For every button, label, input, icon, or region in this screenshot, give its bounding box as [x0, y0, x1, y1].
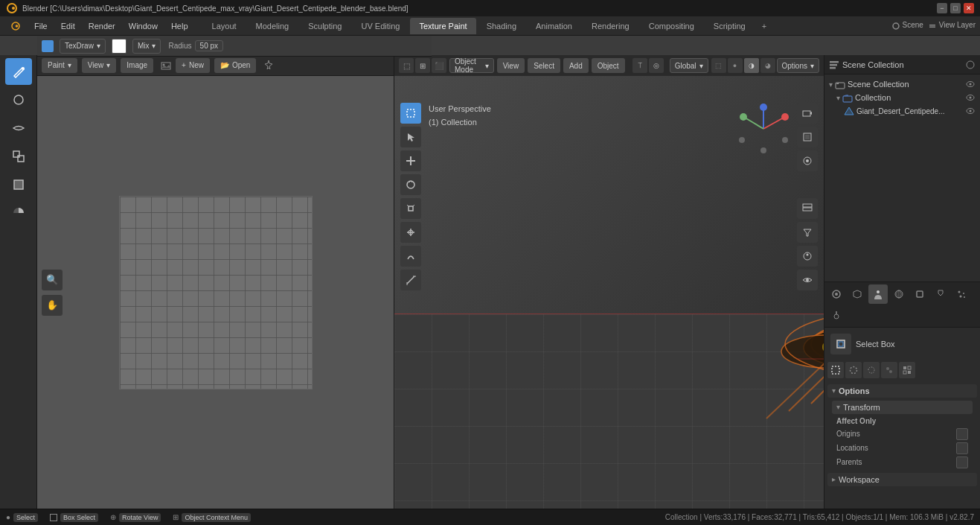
open-image-button[interactable]: 📂 Open: [214, 58, 256, 73]
tab-modeling[interactable]: Modeling: [247, 18, 298, 34]
pan-tool-button[interactable]: ✋: [42, 295, 63, 316]
pin-button[interactable]: [263, 60, 274, 71]
soften-tool-button[interactable]: [5, 86, 32, 113]
annotate-tool[interactable]: [400, 246, 421, 267]
visibility-eye-icon[interactable]: [965, 79, 976, 89]
draw-tool-button[interactable]: [5, 58, 32, 85]
tab-scripting[interactable]: Scripting: [705, 18, 755, 34]
tab-animation[interactable]: Animation: [527, 18, 581, 34]
select-box-icon-btn[interactable]: [827, 362, 844, 378]
locations-checkbox[interactable]: [956, 442, 968, 454]
menu-render[interactable]: Render: [83, 20, 121, 32]
paint-menu-button[interactable]: Paint ▾: [42, 58, 77, 73]
minimize-button[interactable]: −: [937, 3, 947, 13]
object-mode-dropdown[interactable]: Object Mode ▾: [449, 58, 494, 73]
render-icon2[interactable]: [797, 246, 818, 267]
new-image-button[interactable]: + New: [176, 58, 210, 73]
tab-uv-editing[interactable]: UV Editing: [352, 18, 409, 34]
brush-color-picker[interactable]: [112, 39, 126, 54]
mask-tool-button[interactable]: [5, 200, 32, 226]
select-box-tool[interactable]: [400, 103, 421, 124]
maximize-button[interactable]: □: [950, 3, 961, 13]
svg-point-107: [889, 370, 892, 373]
fill-tool-button[interactable]: [5, 171, 32, 198]
grid-floor: [394, 314, 824, 509]
add-workspace-button[interactable]: +: [756, 19, 772, 33]
menu-blender[interactable]: [4, 19, 27, 32]
scene-props-tab[interactable]: [868, 284, 888, 304]
rotate-tool[interactable]: [400, 174, 421, 195]
scale-tool[interactable]: [400, 198, 421, 219]
measure-tool[interactable]: [400, 270, 421, 290]
cursor-tool[interactable]: [400, 127, 421, 147]
parents-checkbox[interactable]: [956, 456, 968, 468]
filter-icon[interactable]: [797, 222, 818, 243]
world-props-tab[interactable]: [889, 284, 909, 304]
material-icon[interactable]: ◑: [744, 58, 759, 73]
collection-visibility-icon[interactable]: [965, 92, 976, 103]
output-props-tab[interactable]: [848, 284, 867, 304]
smear-tool-button[interactable]: [5, 115, 32, 141]
view-menu-button[interactable]: View: [497, 58, 525, 73]
particles-props-tab[interactable]: [952, 284, 971, 304]
collections-icon[interactable]: [797, 198, 818, 219]
clone-tool-button[interactable]: [5, 143, 32, 170]
workspace-section-header[interactable]: ▸ Workspace: [827, 473, 977, 486]
view-icon[interactable]: [797, 270, 818, 290]
collection-item[interactable]: ▾ Collection: [824, 91, 980, 104]
title-bar-controls[interactable]: − □ ✕: [937, 3, 974, 13]
checker-select-icon-btn[interactable]: [899, 362, 915, 378]
close-button[interactable]: ✕: [964, 3, 974, 13]
view-menu-button[interactable]: View ▾: [82, 58, 117, 73]
object-menu-button[interactable]: Object: [592, 58, 625, 73]
snap-icon[interactable]: ⟙: [632, 58, 647, 73]
render-icon[interactable]: ◕: [760, 58, 775, 73]
proportional-edit-icon[interactable]: ◎: [649, 58, 664, 73]
tab-sculpting[interactable]: Sculpting: [299, 18, 350, 34]
origins-checkbox[interactable]: [956, 428, 968, 440]
tab-compositing[interactable]: Compositing: [640, 18, 703, 34]
viewport-gizmo[interactable]: [737, 103, 790, 155]
origins-row: Origins: [836, 428, 968, 440]
menu-help[interactable]: Help: [165, 20, 194, 32]
options-section-header[interactable]: ▾ Options: [827, 384, 977, 398]
viewport-icon-btn2[interactable]: ⊞: [415, 58, 430, 73]
move-tool[interactable]: [400, 150, 421, 171]
mesh-visibility-icon[interactable]: [965, 106, 976, 116]
mesh-item[interactable]: Giant_Desert_Centipede...: [824, 104, 980, 118]
menu-file[interactable]: File: [28, 20, 54, 32]
tab-shading[interactable]: Shading: [478, 18, 525, 34]
select-menu-button[interactable]: Select: [528, 58, 560, 73]
object-props-tab[interactable]: [910, 284, 929, 304]
zoom-in-button[interactable]: 🔍: [42, 270, 63, 290]
blend-mode-dropdown[interactable]: Mix ▾: [132, 39, 161, 54]
image-menu-button[interactable]: Image: [121, 58, 153, 73]
local-view-icon[interactable]: [797, 150, 818, 171]
transform-section-header[interactable]: ▾ Transform: [832, 401, 973, 414]
solid-icon[interactable]: ●: [728, 58, 743, 73]
render-props-tab[interactable]: [827, 284, 846, 304]
wireframe-icon[interactable]: ⬚: [711, 58, 726, 73]
lasso-select-icon-btn[interactable]: [863, 362, 880, 378]
viewport-icon-btn3[interactable]: ⬛: [432, 58, 446, 73]
render-region-icon[interactable]: [797, 127, 818, 147]
brush-mode-dropdown[interactable]: TexDraw ▾: [60, 39, 106, 54]
radius-value[interactable]: 50 px: [195, 40, 223, 51]
paint-select-icon-btn[interactable]: [881, 362, 897, 378]
options-dropdown[interactable]: Options ▾: [777, 58, 819, 73]
menu-window[interactable]: Window: [123, 20, 164, 32]
camera-icon[interactable]: [797, 103, 818, 124]
tab-layout[interactable]: Layout: [203, 18, 246, 34]
physics-props-tab[interactable]: [827, 305, 846, 325]
transform-tool[interactable]: [400, 222, 421, 243]
tab-texture-paint[interactable]: Texture Paint: [410, 18, 475, 34]
circle-select-icon-btn[interactable]: [845, 362, 862, 378]
filter-outliner-icon[interactable]: [965, 60, 976, 70]
tab-rendering[interactable]: Rendering: [583, 18, 638, 34]
viewport-icon-btn[interactable]: ⬚: [399, 58, 414, 73]
menu-edit[interactable]: Edit: [55, 20, 81, 32]
transform-space-dropdown[interactable]: Global ▾: [670, 58, 708, 73]
modifier-props-tab[interactable]: [931, 284, 950, 304]
add-menu-button[interactable]: Add: [563, 58, 589, 73]
scene-collection-item[interactable]: ▾ Scene Collection: [824, 77, 980, 91]
